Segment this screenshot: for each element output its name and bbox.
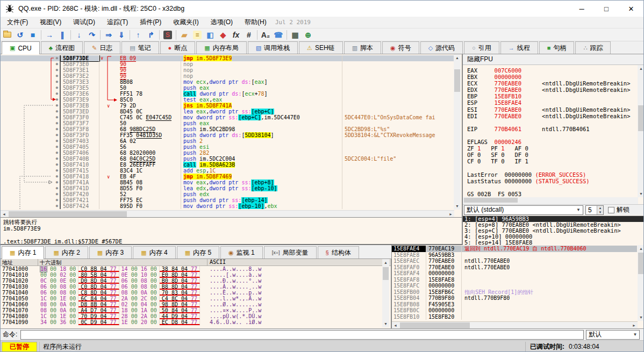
menu-item[interactable]: 收藏夹(I) [168,17,204,28]
disasm-vertical-scrollbar[interactable]: ▲▼ [454,54,461,210]
stack-row[interactable]: 15E8FAEC770EABE0ntdll.770EABE0 [392,258,637,264]
breakpoint-dot[interactable]: ● [1,67,61,73]
hash-icon[interactable]: # [242,29,255,41]
registers-vertical-scrollbar[interactable]: ▲▼ [638,65,644,197]
menu-item[interactable]: 视图(V) [34,17,67,28]
register-line[interactable]: LastStatus 00000000 (STATUS_SUCCESS) [467,178,637,184]
breakpoint-dot[interactable]: ● [1,162,61,168]
register-line[interactable]: ZF 1 PF 1 AF 0 [467,145,637,152]
stack-row[interactable]: 15E8FB1015E8FB20 [392,314,637,320]
breakpoint-dot[interactable]: ● [1,109,61,114]
breakpoint-dot[interactable]: ● [1,191,61,197]
step-over-icon[interactable]: ↷ [85,29,98,41]
register-line[interactable] [467,184,637,191]
tab-引用[interactable]: ○引用 [464,41,499,54]
disasm-row[interactable]: ●5D8F73DEEB 09jmp im.5D8F73E9 [1,55,455,61]
breakpoint-dot[interactable]: ● [1,73,61,79]
tab-句柄[interactable]: ■句柄 [539,41,575,54]
disasm-row[interactable]: ●5D8F73ED8D45 0Clea eax,dword ptr ss:[eb… [1,109,455,114]
pause-icon[interactable]: ∥ [56,29,69,41]
functions-icon[interactable]: fx [230,29,242,41]
tab-跟踪[interactable]: ∴跟踪 [575,41,611,54]
register-line[interactable]: EDX 770EABE0 <ntdll.DbgUiRemoteBreakin> [467,87,637,93]
disasm-row[interactable]: ●5D8F73E985C0test eax,eax [1,97,455,103]
menu-item[interactable]: 追踪(T) [102,17,133,28]
stack-row[interactable]: 15E8FAF815E8FAE8 [392,277,637,283]
breakpoint-dot[interactable]: ● [1,168,61,174]
calling-convention-dropdown[interactable]: 默认 (stdcall) ▼ [464,205,583,215]
dump-row[interactable]: 7704106008 00 0A 00D8 8B 04 7702 00 04 0… [1,301,382,307]
breakpoint-dot[interactable]: ● [1,91,61,97]
close-button[interactable]: ✕ [619,1,643,17]
register-line[interactable]: LastError 00000000 (ERROR_SUCCESS) [467,171,637,178]
register-line[interactable]: EBP 15E8FB10 [467,93,637,99]
dump-row[interactable]: 7704109034 00 36 000C D9 04 771E 00 20 0… [1,319,382,325]
disasm-row[interactable]: ●5D8F7421FF75 ECpush dword ptr ss:[ebp-1… [1,197,455,203]
run-to-user-code-icon[interactable]: ⇒ [102,29,115,41]
disasm-row[interactable]: ●5D8F73E38B08mov ecx,dword ptr ds:[eax] [1,79,455,85]
attach-icon[interactable]: ☎ [272,29,285,41]
register-line[interactable]: ESP 15E8FAE4 [467,99,637,106]
dump-row[interactable]: 7704100016 00 18 00C0 8B 04 7714 00 16 0… [1,266,382,272]
tab-笔记[interactable]: ▤笔记 [121,41,159,54]
register-line[interactable] [467,119,637,126]
tab-脚本[interactable]: ▥脚本 [344,41,381,54]
tab-流程图[interactable]: ♣流程图 [41,41,83,54]
register-line[interactable] [467,164,637,171]
breakpoint-dot[interactable]: ● [1,185,61,191]
breakpoint-dot[interactable]: ● [1,203,61,209]
menu-item[interactable]: 文件(F) [2,17,33,28]
disasm-row[interactable]: ●5D8F73EB79 2Djns im.5D8F741A [1,103,455,109]
labels-icon[interactable]: ◧ [204,29,217,41]
tab-seh链[interactable]: ⚠SEH链 [299,41,343,54]
register-line[interactable]: GS 002B FS 0053 [467,191,637,197]
disasm-row[interactable]: ●5D8F741A8B45 08mov eax,dword ptr ss:[eb… [1,179,455,185]
stack-horizontal-scrollbar[interactable]: ◄► [392,321,638,328]
stack-row[interactable]: 15E8FAE896A59BB3 [392,252,637,258]
breakpoint-dot[interactable]: ● [1,85,61,91]
run-icon[interactable]: → [43,29,56,41]
dump-header-ascii[interactable]: ASCII [207,259,391,265]
stack-row[interactable]: 15E8FB0C00000000 [392,307,637,314]
dump-row[interactable]: 7704104006 00 08 00C8 8D 04 7708 00 0A 0… [1,290,382,296]
breakpoint-dot[interactable]: ● [1,144,61,150]
register-line[interactable]: EBX 00000000 [467,74,637,80]
dump-row[interactable]: 770410200C 00 0E 00D0 8D 04 7706 00 08 0… [1,278,382,284]
open-file-icon[interactable] [1,29,13,41]
dump-row[interactable]: 770410801C 00 1E 0070 D9 04 7728 00 2A 0… [1,313,382,319]
disasm-horizontal-scrollbar[interactable]: ◄► [1,210,454,217]
bookmarks-icon[interactable]: ◆ [217,29,230,41]
tab-日志[interactable]: ✎日志 [84,41,120,54]
breakpoint-dot[interactable]: ● [1,197,61,203]
register-line[interactable]: EDI 770EABE0 <ntdll.DbgUiRemoteBreakin> [467,113,637,119]
menu-item[interactable]: 选项(O) [205,17,238,28]
dump-row[interactable]: 7704103006 00 08 00C0 8D 04 7706 00 08 0… [1,284,382,290]
breakpoint-dot[interactable]: ● [1,61,61,67]
breakpoint-dot[interactable]: ● [1,120,61,126]
breakpoint-dot[interactable]: ● [1,55,61,61]
tab-线程[interactable]: →线程 [500,41,538,54]
breakpoint-dot[interactable]: ● [1,150,61,156]
registers-horizontal-scrollbar[interactable] [463,197,638,204]
stack-row[interactable]: 15E8FB08F45905E3 [392,301,637,308]
disasm-row[interactable]: ●5D8F740556push esi [1,144,455,150]
breakpoint-dot[interactable]: ● [1,132,61,138]
tab-断点[interactable]: ●断点 [160,41,196,54]
register-line[interactable]: OF 0 SF 0 DF 0 [467,152,637,158]
stack-row[interactable]: 15E8FAF0770EABE0ntdll.770EABE0 [392,264,637,271]
dump-row[interactable]: 7704101000 00 02 0080 5B 04 770E 00 10 0… [1,272,382,278]
unlock-checkbox[interactable] [608,207,614,213]
comments-icon[interactable]: ≡ [191,29,204,41]
disasm-row[interactable]: ●5D8F74036A 02push 2 [1,138,455,144]
font-icon[interactable]: A₂ [259,29,272,41]
disasm-row[interactable]: ●5D8F73E090nop [1,61,455,67]
menu-item[interactable]: 插件(P) [134,17,167,28]
breakpoint-dot[interactable]: ● [1,97,61,103]
stop-icon[interactable]: ■ [26,29,39,41]
stack-vertical-scrollbar[interactable]: ▲▼ [638,245,644,321]
execute-till-return-icon[interactable]: ↑ [132,29,145,41]
tab-内存 3[interactable]: ▦内存 3 [89,246,132,258]
argument-count-spinner[interactable]: 5 ▲▼ [585,205,604,215]
breakpoint-dot[interactable]: ● [1,174,61,179]
disasm-row[interactable]: ●5D8F73E290nop [1,73,455,79]
